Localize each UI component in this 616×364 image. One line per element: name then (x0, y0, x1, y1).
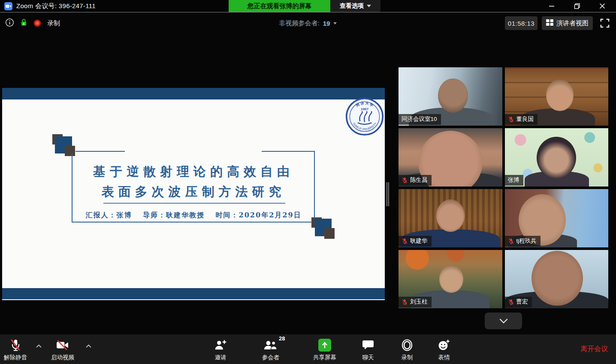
video-tile-dong-liangguo[interactable]: 董良国 (505, 67, 609, 126)
hide-thumbnails-button[interactable] (485, 313, 522, 329)
participants-button[interactable]: 28 参会者 (262, 334, 280, 364)
chevron-down-icon (499, 318, 508, 324)
video-tile-geng-jianhua[interactable]: 耿建华 (399, 189, 502, 247)
speaker-view-label: 演讲者视图 (556, 19, 589, 27)
participant-name: 耿建华 (410, 237, 428, 245)
camera-off-toolbar-icon (56, 337, 69, 353)
participant-nametag: 刘玉柱 (399, 297, 432, 307)
decor-square (324, 228, 335, 239)
participant-nametag: 同济会议室10 (399, 114, 441, 125)
participant-nametag: 曹宏 (505, 297, 532, 307)
title-underline (103, 203, 285, 204)
close-button[interactable] (590, 0, 614, 12)
shared-screen-slide: 同 济 大 学 TONGJI UNIVERSITY 1907 (2, 88, 385, 300)
muted-mic-icon (402, 177, 408, 184)
slide-presenter-info: 汇报人：张博 导师：耿建华教授 时间：2020年2月29日 (2, 211, 385, 220)
participant-name: 同济会议室10 (402, 115, 437, 123)
slide-top-bar (2, 88, 385, 99)
participant-name: 刘玉柱 (410, 298, 428, 306)
audio-options-chevron[interactable] (34, 343, 43, 349)
decor-square (65, 146, 75, 156)
video-tile-cao-hong[interactable]: 曹宏 (505, 250, 609, 308)
speaker-view-button[interactable]: 演讲者视图 (542, 16, 593, 30)
record-circle-icon (401, 337, 413, 353)
tongji-university-logo: 同 济 大 学 TONGJI UNIVERSITY 1907 (345, 97, 384, 136)
muted-mic-icon (508, 299, 514, 305)
frame-line (72, 222, 312, 223)
muted-mic-icon (402, 299, 408, 305)
meeting-info-bar: E 录制 非视频参会者: 19 01:58:13 演讲者视图 (0, 13, 616, 33)
muted-mic-icon (402, 238, 408, 244)
view-options-label: 查看选项 (340, 2, 364, 10)
video-options-chevron[interactable] (84, 343, 93, 349)
nonvideo-participants-label: 非视频参会者: (279, 19, 320, 27)
video-thumbnails-panel: 同济会议室10 董良国 陈生昌 张博 (399, 67, 608, 308)
slide-title-line2: 表面多次波压制方法研究 (2, 182, 385, 202)
restore-button[interactable] (565, 0, 589, 12)
record-button[interactable]: 录制 (401, 334, 413, 364)
reactions-label: 表情 (438, 354, 450, 361)
share-screen-icon (318, 337, 331, 353)
slide-bottom-bar (2, 288, 385, 299)
participant-nametag: 张博 (505, 175, 523, 186)
svg-text:1907: 1907 (361, 107, 368, 111)
recording-label: 录制 (47, 19, 60, 27)
fullscreen-button[interactable] (599, 17, 611, 29)
grid-view-icon (546, 19, 553, 27)
leave-meeting-button[interactable]: 离开会议 (580, 334, 608, 364)
participant-name: 陈生昌 (410, 176, 428, 184)
participant-name: 曹宏 (516, 298, 528, 306)
unmute-label: 解除静音 (4, 354, 27, 361)
participant-name: 董良国 (516, 115, 534, 123)
participant-nametag: tj程玖兵 (505, 236, 541, 247)
svg-text:E: E (23, 22, 25, 25)
start-video-label: 启动视频 (51, 354, 74, 361)
participant-nametag: 董良国 (505, 114, 538, 125)
chat-label: 聊天 (362, 354, 374, 361)
video-tile-chen-shengchang[interactable]: 陈生昌 (399, 128, 502, 187)
window-title: Zoom 会议号: 396-247-111 (16, 2, 96, 10)
chat-bubble-icon (362, 337, 374, 353)
video-tile-liu-yuzhu[interactable]: 刘玉柱 (399, 250, 502, 308)
participants-label: 参会者 (262, 354, 280, 361)
start-video-button[interactable]: 启动视频 (51, 334, 74, 364)
participants-count-badge: 28 (279, 335, 285, 342)
meeting-toolbar: 解除静音 启动视频 (0, 334, 616, 364)
invite-label: 邀请 (215, 354, 226, 361)
muted-mic-toolbar-icon (9, 337, 21, 353)
meeting-timer: 01:58:13 (505, 16, 537, 30)
share-screen-button[interactable]: 共享屏幕 (313, 334, 336, 364)
video-tile-zhang-bo-active-speaker[interactable]: 张博 (505, 128, 609, 187)
unmute-button[interactable]: 解除静音 (4, 334, 27, 364)
window-titlebar: Zoom 会议号: 396-247-111 您正在观看张博的屏幕 查看选项 (0, 0, 616, 12)
participant-nametag: 陈生昌 (399, 175, 432, 186)
record-label: 录制 (402, 354, 413, 361)
caret-down-icon (367, 5, 371, 7)
nonvideo-caret-icon[interactable] (333, 22, 337, 24)
panel-resize-handle[interactable] (387, 182, 390, 206)
participant-name: tj程玖兵 (516, 237, 537, 245)
watching-screen-banner-text: 您正在观看张博的屏幕 (248, 2, 312, 10)
nonvideo-participants-count: 19 (323, 20, 330, 27)
chat-button[interactable]: 聊天 (362, 334, 374, 364)
frame-line (75, 151, 125, 152)
view-options-button[interactable]: 查看选项 (330, 0, 380, 12)
muted-mic-icon (508, 238, 514, 244)
minimize-button[interactable] (540, 0, 564, 12)
reactions-button[interactable]: 表情 (438, 334, 450, 364)
encryption-lock-icon: E (20, 18, 27, 28)
slide-title-line1: 基于逆散射理论的高效自由 (2, 162, 385, 182)
slide-title: 基于逆散射理论的高效自由 表面多次波压制方法研究 (2, 162, 385, 202)
muted-mic-icon (508, 116, 514, 123)
leave-meeting-label: 离开会议 (580, 345, 608, 354)
participants-icon: 28 (263, 337, 278, 353)
video-tile-cheng-jiubing[interactable]: tj程玖兵 (505, 189, 609, 247)
invite-button[interactable]: 邀请 (214, 334, 227, 364)
recording-indicator-icon (33, 19, 41, 27)
invite-person-icon (214, 337, 227, 353)
meeting-info-icon[interactable] (5, 18, 14, 29)
reactions-smiley-icon (438, 337, 450, 353)
video-tile-tongji-room[interactable]: 同济会议室10 (399, 67, 502, 126)
participant-nametag: 耿建华 (399, 236, 432, 247)
share-screen-label: 共享屏幕 (313, 354, 336, 361)
